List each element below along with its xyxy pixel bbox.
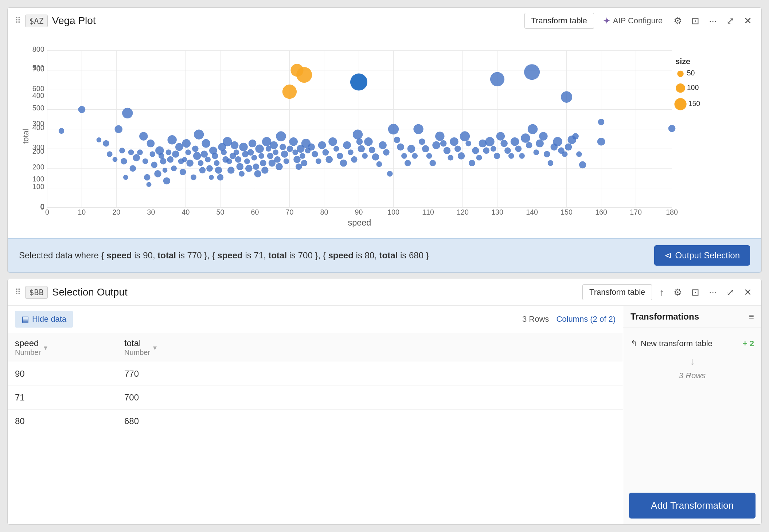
svg-point-201 [412,153,418,159]
svg-point-160 [287,145,293,152]
svg-text:180: 180 [666,208,678,216]
svg-point-253 [598,119,605,125]
svg-point-143 [260,160,266,167]
vega-panel-title: Vega Plot [52,15,520,27]
selection-transform-table-button[interactable]: Transform table [582,284,652,300]
svg-point-105 [192,145,199,152]
svg-point-94 [167,135,176,144]
svg-point-228 [508,153,514,159]
svg-point-67 [103,140,109,147]
svg-text:100: 100 [387,208,399,216]
svg-point-124 [226,159,232,164]
svg-point-205 [426,153,432,159]
svg-point-198 [401,153,407,159]
output-selection-icon: ⊲ [664,250,672,261]
svg-text:10: 10 [78,208,86,216]
svg-point-192 [379,141,387,149]
expand-icon[interactable]: ⤢ [724,13,737,29]
svg-point-208 [435,132,444,141]
hide-data-button[interactable]: ▤ Hide data [15,311,73,328]
aip-configure-button[interactable]: ✦ AIP Configure [599,13,667,29]
svg-point-119 [217,174,224,181]
svg-point-68 [107,151,113,157]
svg-point-107 [194,129,204,139]
svg-point-196 [394,137,400,143]
output-selection-button[interactable]: ⊲ Output Selection [654,245,750,266]
selection-expand-icon[interactable]: ⤢ [724,285,737,300]
svg-point-154 [280,144,286,150]
svg-point-104 [191,175,196,180]
svg-point-141 [255,145,264,153]
hide-data-icon: ▤ [22,314,29,324]
svg-point-225 [496,132,505,141]
svg-point-139 [253,163,259,170]
monitor-icon[interactable]: ⊡ [689,13,702,29]
total-column-header[interactable]: total Number ▾ [117,333,226,362]
svg-point-80 [143,159,148,164]
svg-point-218 [472,147,479,154]
transformations-menu-button[interactable]: ≡ [749,312,754,322]
transformations-header: Transformations ≡ [623,306,761,328]
selection-monitor-icon[interactable]: ⊡ [689,285,702,300]
svg-point-179 [337,153,343,159]
svg-text:total: total [22,129,30,144]
svg-point-117 [214,160,220,166]
svg-point-111 [202,139,210,148]
svg-point-177 [328,137,337,146]
row3-total: 680 [117,410,226,433]
columns-link[interactable]: Columns (2 of 2) [556,314,616,324]
svg-text:100: 100 [32,175,44,183]
svg-point-173 [316,159,321,164]
selection-close-icon[interactable]: ✕ [742,285,754,300]
svg-point-163 [293,156,301,163]
down-arrow-icon: ↓ [631,356,754,367]
svg-point-156 [284,159,289,164]
svg-point-69 [113,157,118,162]
svg-point-85 [151,162,157,168]
selection-var-badge: $BB [25,286,48,299]
svg-text:140: 140 [526,208,538,216]
selection-gear-icon[interactable]: ⚙ [671,285,684,300]
output-selection-label: Output Selection [675,250,740,261]
chart-legend: size 50 100 150 [674,57,700,110]
speed-column-header[interactable]: speed Number ▾ [8,333,117,362]
aip-star-icon: ✦ [603,15,611,27]
selection-more-icon[interactable]: ··· [707,285,719,300]
more-options-icon[interactable]: ··· [707,13,719,29]
svg-point-191 [376,161,382,167]
svg-point-176 [325,156,333,163]
svg-text:160: 160 [595,208,607,216]
svg-point-93 [167,156,173,163]
drag-handle-2-icon[interactable]: ⠿ [15,287,21,297]
svg-point-137 [249,140,257,148]
svg-point-203 [419,138,425,145]
svg-point-127 [231,141,239,149]
svg-point-197 [397,144,404,151]
vega-transform-table-button[interactable]: Transform table [524,13,594,29]
svg-point-250 [576,151,582,157]
vega-plot-panel: ⠿ $AZ Vega Plot Transform table ✦ AIP Co… [7,7,762,273]
drag-handle-icon[interactable]: ⠿ [15,16,21,26]
table-header-row: speed Number ▾ total [8,333,623,362]
trans-item-label: New transform table [641,339,713,348]
svg-point-77 [133,154,140,161]
upload-icon[interactable]: ↑ [657,285,666,300]
total-sort-icon[interactable]: ▾ [153,343,157,352]
svg-point-155 [281,150,288,158]
svg-point-247 [565,144,572,151]
close-icon[interactable]: ✕ [742,13,754,29]
gear-icon[interactable]: ⚙ [671,13,684,29]
svg-point-131 [239,171,245,177]
svg-text:60: 60 [251,208,259,216]
svg-point-121 [221,149,227,155]
svg-text:700: 700 [32,65,44,73]
svg-text:size: size [675,57,690,66]
svg-point-153 [276,131,286,141]
svg-point-103 [186,160,194,167]
svg-point-66 [97,137,102,142]
add-transformation-button[interactable]: Add Transformation [629,493,756,519]
speed-sort-icon[interactable]: ▾ [44,343,47,352]
svg-point-184 [353,129,363,139]
svg-point-222 [485,137,494,146]
table-row: 80 680 [8,410,623,433]
